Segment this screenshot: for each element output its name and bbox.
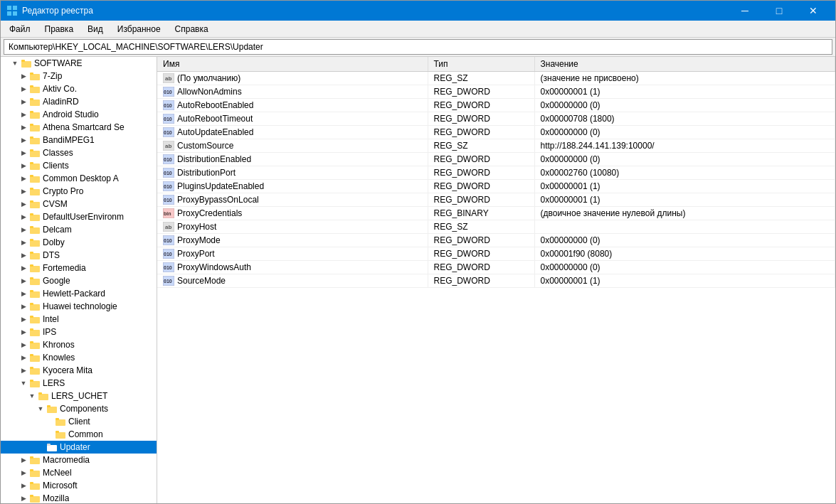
toggle-aktiv[interactable]: ▶ xyxy=(18,85,29,92)
registry-row-6[interactable]: 010 DistributionEnabledREG_DWORD0x000000… xyxy=(157,153,835,166)
toggle-google[interactable]: ▶ xyxy=(18,277,29,284)
tree-item-intel[interactable]: ▶ Intel xyxy=(1,313,157,326)
tree-item-clients[interactable]: ▶ Clients xyxy=(1,159,157,172)
toggle-microsoft[interactable]: ▶ xyxy=(18,482,29,489)
toggle-common_desktop[interactable]: ▶ xyxy=(18,175,29,182)
tree-item-huawei[interactable]: ▶ Huawei technologie xyxy=(1,300,157,313)
tree-item-dts[interactable]: ▶ DTS xyxy=(1,249,157,262)
toggle-huawei[interactable]: ▶ xyxy=(18,303,29,310)
tree-item-crypto_pro[interactable]: ▶ Crypto Pro xyxy=(1,185,157,198)
tree-item-7zip[interactable]: ▶ 7-Zip xyxy=(1,70,157,82)
registry-row-0[interactable]: ab (По умолчанию)REG_SZ(значение не прис… xyxy=(157,72,835,85)
svg-rect-55 xyxy=(30,380,33,382)
toggle-aladdinrd[interactable]: ▶ xyxy=(18,98,29,105)
toggle-clients[interactable]: ▶ xyxy=(18,162,29,169)
toggle-mcneel[interactable]: ▶ xyxy=(18,469,29,476)
tree-item-mcneel[interactable]: ▶ McNeel xyxy=(1,466,157,479)
registry-row-1[interactable]: 010 AllowNonAdminsREG_DWORD0x00000001 (1… xyxy=(157,85,835,99)
tree-item-client[interactable]: Client xyxy=(1,415,157,428)
toggle-kyocera[interactable]: ▶ xyxy=(18,367,29,374)
registry-row-7[interactable]: 010 DistributionPortREG_DWORD0x00002760 … xyxy=(157,166,835,180)
tree-item-updater[interactable]: Updater xyxy=(1,441,157,454)
toggle-athena[interactable]: ▶ xyxy=(18,124,29,131)
registry-row-11[interactable]: ab ProxyHostREG_SZ xyxy=(157,220,835,234)
tree-item-cvsm[interactable]: ▶ CVSM xyxy=(1,198,157,210)
registry-row-12[interactable]: 010 ProxyModeREG_DWORD0x00000000 (0) xyxy=(157,234,835,247)
tree-item-lers_uchet[interactable]: ▼ LERS_UCHET xyxy=(1,390,157,402)
toggle-mozilla[interactable]: ▶ xyxy=(18,495,29,502)
registry-row-15[interactable]: 010 SourceModeREG_DWORD0x00000001 (1) xyxy=(157,274,835,288)
reg-type-1: REG_DWORD xyxy=(428,85,534,99)
registry-row-3[interactable]: 010 AutoRebootTimeoutREG_DWORD0x00000708… xyxy=(157,112,835,126)
tree-item-microsoft[interactable]: ▶ Microsoft xyxy=(1,479,157,492)
toggle-cvsm[interactable]: ▶ xyxy=(18,200,29,208)
tree-item-google[interactable]: ▶ Google xyxy=(1,274,157,287)
close-button[interactable]: ✕ xyxy=(797,4,830,18)
tree-item-kyocera[interactable]: ▶ Kyocera Mita xyxy=(1,364,157,377)
toggle-knowles[interactable]: ▶ xyxy=(18,354,29,361)
folder-icon-aktiv xyxy=(29,84,41,94)
registry-row-5[interactable]: ab CustomSourceREG_SZhttp://188.244.141.… xyxy=(157,139,835,153)
tree-label-defaultuser: DefaultUserEnvironm xyxy=(43,212,124,222)
tree-item-common[interactable]: Common xyxy=(1,428,157,441)
tree-item-lers[interactable]: ▼ LERS xyxy=(1,377,157,390)
toggle-components[interactable]: ▼ xyxy=(35,405,46,412)
menu-item-файл[interactable]: Файл xyxy=(4,23,36,36)
toggle-7zip[interactable]: ▶ xyxy=(18,73,29,80)
tree-item-aladdinrd[interactable]: ▶ AladinRD xyxy=(1,95,157,108)
toggle-khronos[interactable]: ▶ xyxy=(18,341,29,348)
tree-item-khronos[interactable]: ▶ Khronos xyxy=(1,338,157,351)
reg-value-12: 0x00000000 (0) xyxy=(534,234,835,247)
toggle-dolby[interactable]: ▶ xyxy=(18,239,29,246)
registry-row-4[interactable]: 010 AutoUpdateEnabledREG_DWORD0x00000000… xyxy=(157,126,835,139)
tree-item-dolby[interactable]: ▶ Dolby xyxy=(1,236,157,249)
menu-item-вид[interactable]: Вид xyxy=(82,23,109,36)
reg-name-text-15: SourceMode xyxy=(177,276,226,286)
tree-item-knowles[interactable]: ▶ Knowles xyxy=(1,351,157,364)
toggle-software[interactable]: ▼ xyxy=(9,60,21,67)
menu-item-правка[interactable]: Правка xyxy=(39,23,80,36)
tree-item-macromedia[interactable]: ▶ Macromedia xyxy=(1,454,157,466)
tree-item-hewlett[interactable]: ▶ Hewlett-Packard xyxy=(1,287,157,300)
registry-row-2[interactable]: 010 AutoRebootEnabledREG_DWORD0x00000000… xyxy=(157,99,835,112)
registry-row-9[interactable]: 010 ProxyBypassOnLocalREG_DWORD0x0000000… xyxy=(157,193,835,207)
tree-item-components[interactable]: ▼ Components xyxy=(1,402,157,415)
tree-item-ips[interactable]: ▶ IPS xyxy=(1,326,157,338)
toggle-bandimpeg[interactable]: ▶ xyxy=(18,136,29,144)
minimize-button[interactable]: ─ xyxy=(729,4,761,18)
maximize-button[interactable]: □ xyxy=(763,4,795,18)
tree-item-software[interactable]: ▼ SOFTWARE xyxy=(1,57,157,70)
toggle-dts[interactable]: ▶ xyxy=(18,252,29,259)
toggle-defaultuser[interactable]: ▶ xyxy=(18,213,29,220)
registry-row-13[interactable]: 010 ProxyPortREG_DWORD0x00001f90 (8080) xyxy=(157,247,835,261)
tree-item-mozilla[interactable]: ▶ Mozilla xyxy=(1,492,157,503)
toggle-lers[interactable]: ▼ xyxy=(18,380,29,387)
tree-item-classes[interactable]: ▶ Classes xyxy=(1,146,157,159)
registry-row-14[interactable]: 010 ProxyWindowsAuthREG_DWORD0x00000000 … xyxy=(157,261,835,274)
tree-item-athena[interactable]: ▶ Athena Smartcard Se xyxy=(1,121,157,134)
tree-item-bandimpeg[interactable]: ▶ BandiMPEG1 xyxy=(1,134,157,146)
toggle-hewlett[interactable]: ▶ xyxy=(18,290,29,297)
tree-item-common_desktop[interactable]: ▶ Common Desktop A xyxy=(1,172,157,185)
svg-rect-11 xyxy=(30,98,33,100)
toggle-crypto_pro[interactable]: ▶ xyxy=(18,188,29,195)
folder-icon-huawei xyxy=(29,301,41,311)
toggle-fortemedia[interactable]: ▶ xyxy=(18,264,29,272)
toggle-macromedia[interactable]: ▶ xyxy=(18,456,29,463)
registry-row-10[interactable]: bin ProxyCredentialsREG_BINARY(двоичное … xyxy=(157,207,835,220)
tree-item-delcam[interactable]: ▶ Delcam xyxy=(1,223,157,236)
toggle-lers_uchet[interactable]: ▼ xyxy=(26,392,38,400)
toggle-android[interactable]: ▶ xyxy=(18,111,29,118)
registry-row-8[interactable]: 010 PluginsUpdateEnabledREG_DWORD0x00000… xyxy=(157,180,835,193)
tree-item-aktiv[interactable]: ▶ Aktiv Co. xyxy=(1,82,157,95)
toggle-intel[interactable]: ▶ xyxy=(18,316,29,323)
toggle-delcam[interactable]: ▶ xyxy=(18,226,29,233)
folder-icon-kyocera xyxy=(29,365,41,375)
menu-item-справка[interactable]: Справка xyxy=(169,23,214,36)
tree-item-defaultuser[interactable]: ▶ DefaultUserEnvironm xyxy=(1,210,157,223)
toggle-ips[interactable]: ▶ xyxy=(18,328,29,336)
tree-item-android[interactable]: ▶ Android Studio xyxy=(1,108,157,121)
menu-item-избранное[interactable]: Избранное xyxy=(112,23,166,36)
toggle-classes[interactable]: ▶ xyxy=(18,149,29,156)
tree-item-fortemedia[interactable]: ▶ Fortemedia xyxy=(1,262,157,274)
